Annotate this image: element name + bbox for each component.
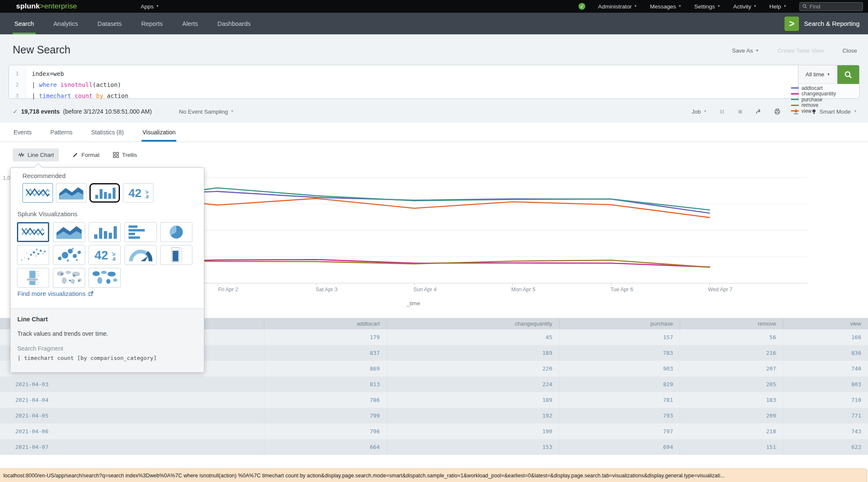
recommended-viz-tile-line-chart[interactable] (22, 183, 53, 203)
current-app[interactable]: > Search & Reporting (785, 13, 868, 34)
cell-changequantity[interactable]: 189 (387, 392, 559, 408)
close-button[interactable]: Close (842, 47, 857, 54)
create-table-view-button[interactable]: Create Table View (777, 47, 823, 54)
cell-date[interactable]: 2021-04-07 (0, 439, 264, 455)
find-more-visualizations-link[interactable]: Find more visualizations (17, 290, 94, 297)
cell-remove[interactable]: 216 (680, 345, 783, 361)
legend-item-purchase[interactable]: purchase (791, 97, 836, 103)
event-sampling-menu[interactable]: No Event Sampling▼ (179, 109, 234, 115)
cell-purchase[interactable]: 903 (559, 361, 680, 376)
cell-changequantity[interactable]: 224 (387, 376, 559, 392)
recommended-viz-tile-single-value[interactable]: 42-8 (123, 183, 153, 203)
cell-addtocart[interactable]: 664 (264, 439, 387, 455)
cell-view[interactable]: 743 (783, 423, 868, 439)
cell-addtocart[interactable]: 799 (264, 408, 387, 423)
appbar-item-analytics[interactable]: Analytics (52, 13, 80, 34)
appbar-item-alerts[interactable]: Alerts (181, 13, 200, 34)
messages-menu[interactable]: Messages▼ (650, 3, 681, 10)
appbar-item-datasets[interactable]: Datasets (96, 13, 123, 34)
viz-tile-single-value[interactable]: 42-8 (89, 245, 121, 265)
print-button[interactable] (774, 108, 781, 115)
find-input[interactable] (810, 3, 856, 10)
column-header-view[interactable]: view (783, 318, 868, 329)
cell-remove[interactable]: 151 (680, 439, 783, 455)
tab-visualization[interactable]: Visualization (142, 123, 176, 142)
viz-tile-marker-gauge[interactable] (17, 268, 49, 288)
user-menu[interactable]: Administrator▼ (598, 3, 637, 10)
cell-remove[interactable]: 218 (680, 423, 783, 439)
cell-date[interactable]: 2021-04-04 (0, 392, 264, 408)
cell-view[interactable]: 803 (783, 376, 868, 392)
legend-item-remove[interactable]: remove (791, 103, 836, 109)
stop-job-button[interactable] (737, 109, 743, 115)
column-header-purchase[interactable]: purchase (559, 318, 680, 329)
column-header-changequantity[interactable]: changequantity (387, 318, 559, 329)
viz-tile-choropleth-map[interactable] (89, 268, 121, 288)
cell-view[interactable]: 740 (783, 361, 868, 376)
cell-remove[interactable]: 207 (680, 361, 783, 376)
cell-remove[interactable]: 183 (680, 392, 783, 408)
viz-tile-bar-chart[interactable] (125, 222, 157, 242)
cell-purchase[interactable]: 783 (559, 345, 680, 361)
cell-date[interactable]: 2021-04-03 (0, 376, 264, 392)
activity-menu[interactable]: Activity▼ (733, 3, 757, 10)
cell-purchase[interactable]: 694 (559, 439, 680, 455)
viz-tile-radial-gauge[interactable] (125, 245, 157, 265)
cell-view[interactable]: 771 (783, 408, 868, 423)
pause-job-button[interactable] (719, 109, 725, 115)
format-button[interactable]: Format (72, 148, 100, 162)
cell-purchase[interactable]: 781 (559, 392, 680, 408)
column-header-addtocart[interactable]: addtocart (264, 318, 387, 329)
tab-events[interactable]: Events (13, 123, 33, 142)
cell-addtocart[interactable]: 796 (264, 423, 387, 439)
cell-view[interactable]: 166 (783, 329, 868, 345)
chart-type-button[interactable]: Line Chart (13, 148, 59, 162)
appbar-item-reports[interactable]: Reports (139, 13, 164, 34)
legend-item-addtocart[interactable]: addtocart (791, 85, 836, 91)
viz-tile-cluster-map[interactable] (53, 268, 85, 288)
cell-purchase[interactable]: 793 (559, 408, 680, 423)
appbar-item-dashboards[interactable]: Dashboards (216, 13, 252, 34)
run-search-button[interactable] (837, 65, 859, 84)
cell-changequantity[interactable]: 192 (387, 408, 559, 423)
viz-tile-pie-chart[interactable] (160, 222, 192, 242)
recommended-viz-tile-area-chart[interactable] (56, 183, 86, 203)
find-search-box[interactable] (799, 2, 863, 11)
help-menu[interactable]: Help▼ (769, 3, 787, 10)
settings-menu[interactable]: Settings▼ (694, 3, 721, 10)
column-header-remove[interactable]: remove (680, 318, 783, 329)
recommended-viz-tile-column-chart[interactable] (89, 183, 120, 203)
cell-date[interactable]: 2021-04-05 (0, 408, 264, 423)
trellis-button[interactable]: Trellis (113, 148, 137, 162)
tab-statistics-8[interactable]: Statistics (8) (90, 123, 125, 142)
job-menu[interactable]: Job▼ (692, 109, 707, 115)
cell-addtocart[interactable]: 813 (264, 376, 387, 392)
cell-view[interactable]: 710 (783, 392, 868, 408)
cell-view[interactable]: 622 (783, 439, 868, 455)
appbar-item-search[interactable]: Search (13, 13, 36, 34)
cell-changequantity[interactable]: 190 (387, 423, 559, 439)
cell-changequantity[interactable]: 220 (387, 361, 559, 376)
cell-addtocart[interactable]: 786 (264, 392, 387, 408)
cell-purchase[interactable]: 829 (559, 376, 680, 392)
health-status-icon[interactable]: ✓ (579, 3, 585, 10)
viz-tile-area-chart[interactable] (53, 222, 85, 242)
apps-menu[interactable]: Apps▼ (141, 3, 159, 10)
viz-tile-line-chart[interactable] (17, 222, 49, 242)
viz-tile-filler-gauge[interactable] (160, 245, 192, 265)
cell-remove[interactable]: 209 (680, 408, 783, 423)
legend-item-view[interactable]: view (791, 108, 836, 114)
cell-purchase[interactable]: 157 (559, 329, 680, 345)
cell-remove[interactable]: 56 (680, 329, 783, 345)
viz-tile-column-chart[interactable] (89, 222, 121, 242)
legend-item-changequantity[interactable]: changequantity (791, 91, 836, 97)
cell-changequantity[interactable]: 189 (387, 345, 559, 361)
time-range-picker[interactable]: All time▼ (798, 65, 837, 84)
tab-patterns[interactable]: Patterns (50, 123, 73, 142)
spl-query-input[interactable]: index=web| where isnotnull(action)| time… (26, 65, 798, 98)
cell-changequantity[interactable]: 45 (387, 329, 559, 345)
cell-changequantity[interactable]: 153 (387, 439, 559, 455)
save-as-button[interactable]: Save As▼ (732, 47, 759, 54)
cell-purchase[interactable]: 797 (559, 423, 680, 439)
cell-date[interactable]: 2021-04-06 (0, 423, 264, 439)
